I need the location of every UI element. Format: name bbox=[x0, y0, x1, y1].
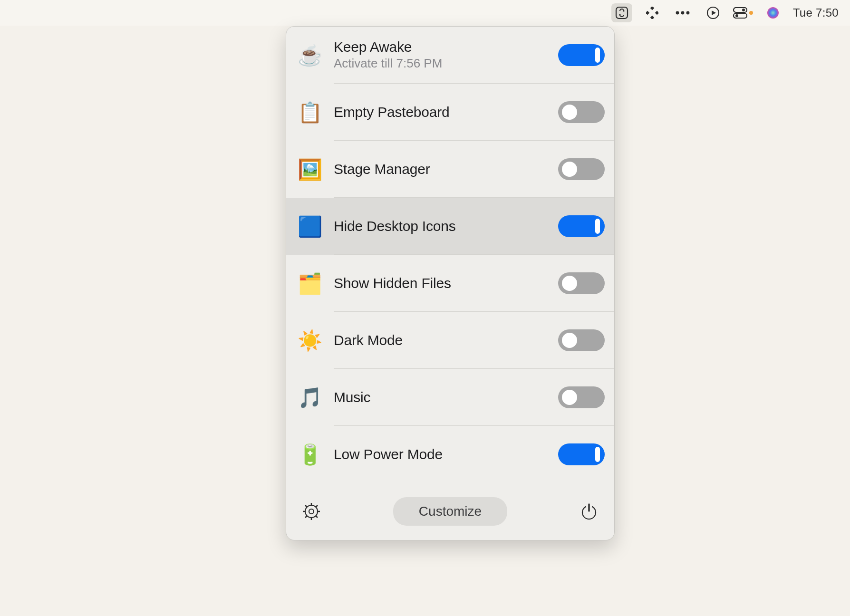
show-hidden-files-body: Show Hidden Files bbox=[334, 255, 614, 312]
row-hide-desktop-icons[interactable]: 🟦Hide Desktop Icons bbox=[286, 198, 614, 255]
keep-awake-subtitle: Activate till 7:56 PM bbox=[334, 56, 442, 71]
svg-point-12 bbox=[742, 9, 745, 11]
menubar: Tue 7:50 bbox=[0, 0, 850, 26]
hide-desktop-icons-icon: 🟦 bbox=[286, 198, 334, 255]
hide-desktop-icons-body: Hide Desktop Icons bbox=[334, 198, 614, 255]
control-panel: ☕Keep AwakeActivate till 7:56 PM📋Empty P… bbox=[286, 26, 615, 540]
show-hidden-files-toggle[interactable] bbox=[558, 272, 605, 294]
row-dark-mode[interactable]: ☀️Dark Mode bbox=[286, 312, 614, 369]
row-music[interactable]: 🎵Music bbox=[286, 369, 614, 426]
row-show-hidden-files[interactable]: 🗂️Show Hidden Files bbox=[286, 255, 614, 312]
stage-manager-icon: 🖼️ bbox=[286, 141, 334, 198]
keep-awake-toggle[interactable] bbox=[558, 44, 605, 66]
svg-point-1 bbox=[619, 14, 620, 15]
dark-mode-body: Dark Mode bbox=[334, 312, 614, 369]
svg-point-17 bbox=[309, 509, 314, 514]
row-stage-manager[interactable]: 🖼️Stage Manager bbox=[286, 141, 614, 198]
menubar-clock[interactable]: Tue 7:50 bbox=[793, 6, 839, 19]
menubar-app-icon[interactable] bbox=[611, 3, 632, 22]
row-low-power-mode[interactable]: 🔋Low Power Mode bbox=[286, 426, 614, 483]
empty-pasteboard-toggle[interactable] bbox=[558, 101, 605, 123]
menubar-siri-icon[interactable] bbox=[763, 3, 783, 22]
svg-rect-4 bbox=[650, 16, 654, 19]
menubar-diamond-icon[interactable] bbox=[642, 3, 663, 22]
keep-awake-title: Keep Awake bbox=[334, 39, 442, 55]
keep-awake-body: Keep AwakeActivate till 7:56 PM bbox=[334, 27, 614, 84]
menubar-ellipsis-icon[interactable] bbox=[672, 3, 693, 22]
show-hidden-files-title: Show Hidden Files bbox=[334, 275, 451, 291]
stage-manager-title: Stage Manager bbox=[334, 161, 430, 177]
menubar-control-center-icon[interactable] bbox=[733, 3, 753, 22]
svg-line-25 bbox=[316, 505, 318, 507]
empty-pasteboard-title: Empty Pasteboard bbox=[334, 104, 450, 120]
music-body: Music bbox=[334, 369, 614, 426]
svg-point-14 bbox=[735, 14, 738, 17]
stage-manager-toggle[interactable] bbox=[558, 158, 605, 180]
music-title: Music bbox=[334, 389, 370, 405]
svg-rect-3 bbox=[650, 7, 654, 10]
hide-desktop-icons-title: Hide Desktop Icons bbox=[334, 218, 456, 234]
settings-gear-icon[interactable] bbox=[299, 500, 323, 523]
show-hidden-files-icon: 🗂️ bbox=[286, 255, 334, 312]
row-empty-pasteboard[interactable]: 📋Empty Pasteboard bbox=[286, 84, 614, 141]
customize-button[interactable]: Customize bbox=[393, 497, 507, 526]
menubar-status-dot bbox=[749, 11, 753, 15]
svg-point-7 bbox=[676, 11, 679, 15]
dark-mode-toggle[interactable] bbox=[558, 329, 605, 351]
svg-point-16 bbox=[305, 505, 318, 518]
hide-desktop-icons-toggle[interactable] bbox=[558, 215, 605, 237]
svg-line-24 bbox=[305, 516, 307, 518]
svg-rect-6 bbox=[655, 11, 658, 15]
music-icon: 🎵 bbox=[286, 369, 334, 426]
low-power-mode-body: Low Power Mode bbox=[334, 426, 614, 483]
svg-point-9 bbox=[686, 11, 689, 15]
svg-line-22 bbox=[305, 505, 307, 507]
panel-footer: Customize bbox=[286, 483, 614, 540]
music-toggle[interactable] bbox=[558, 386, 605, 408]
dark-mode-title: Dark Mode bbox=[334, 332, 403, 348]
power-icon[interactable] bbox=[577, 500, 601, 523]
empty-pasteboard-body: Empty Pasteboard bbox=[334, 84, 614, 141]
menubar-play-icon[interactable] bbox=[703, 3, 724, 22]
stage-manager-body: Stage Manager bbox=[334, 141, 614, 198]
dark-mode-icon: ☀️ bbox=[286, 312, 334, 369]
svg-point-2 bbox=[623, 10, 624, 11]
low-power-mode-title: Low Power Mode bbox=[334, 446, 443, 462]
svg-line-23 bbox=[316, 516, 318, 518]
low-power-mode-icon: 🔋 bbox=[286, 426, 334, 483]
low-power-mode-toggle[interactable] bbox=[558, 443, 605, 465]
svg-point-15 bbox=[767, 7, 779, 19]
svg-rect-5 bbox=[646, 11, 649, 15]
svg-point-8 bbox=[681, 11, 684, 15]
keep-awake-icon: ☕ bbox=[286, 27, 334, 84]
row-keep-awake[interactable]: ☕Keep AwakeActivate till 7:56 PM bbox=[286, 27, 614, 84]
empty-pasteboard-icon: 📋 bbox=[286, 84, 334, 141]
